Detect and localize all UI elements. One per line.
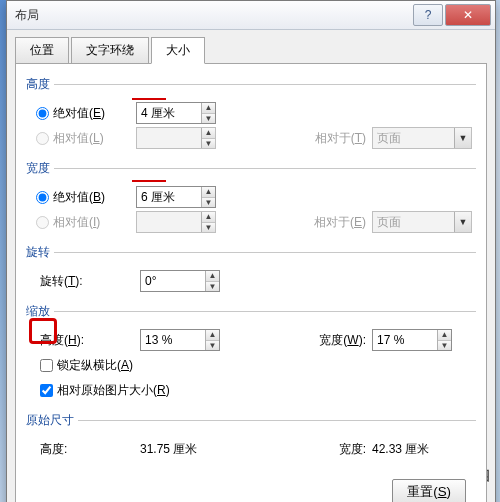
- spinner-scale-height[interactable]: ▲▼: [140, 329, 220, 351]
- label-height-relative: 相对值(L): [53, 130, 104, 147]
- titlebar[interactable]: 布局 ? ✕: [7, 1, 495, 30]
- combo-width-relative-to: 页面 ▼: [372, 211, 472, 233]
- legend-height: 高度: [26, 76, 54, 93]
- spin-up-icon[interactable]: ▲: [206, 271, 219, 281]
- reset-button[interactable]: 重置(S): [392, 479, 466, 502]
- chevron-down-icon: ▼: [454, 212, 471, 232]
- value-original-width: 42.33 厘米: [372, 442, 429, 456]
- spin-up-icon[interactable]: ▲: [202, 103, 215, 113]
- spinner-width-absolute[interactable]: ▲▼: [136, 186, 216, 208]
- legend-rotation: 旋转: [26, 244, 54, 261]
- spin-up-icon: ▲: [202, 128, 215, 138]
- label-width-relative-to: 相对于(E): [314, 215, 366, 229]
- input-height-relative: [137, 128, 201, 148]
- tab-position[interactable]: 位置: [15, 37, 69, 64]
- spin-down-icon[interactable]: ▼: [438, 340, 451, 351]
- legend-scale: 缩放: [26, 303, 54, 320]
- layout-dialog: 布局 ? ✕ 位置 文字环绕 大小 高度 绝对值(E) ▲▼: [6, 0, 496, 502]
- group-height: 高度 绝对值(E) ▲▼ 相对值(L): [26, 76, 476, 154]
- label-relative-original[interactable]: 相对原始图片大小(R): [57, 382, 170, 399]
- radio-width-absolute[interactable]: [36, 191, 49, 204]
- combo-width-relative-to-value: 页面: [373, 212, 454, 232]
- label-scale-width: 宽度(W):: [319, 333, 366, 347]
- label-rotation: 旋转(T):: [40, 273, 83, 290]
- spin-up-icon[interactable]: ▲: [206, 330, 219, 340]
- input-width-relative: [137, 212, 201, 232]
- legend-original-size: 原始尺寸: [26, 412, 78, 429]
- spin-down-icon[interactable]: ▼: [202, 197, 215, 208]
- checkbox-relative-original[interactable]: [40, 384, 53, 397]
- label-lock-aspect[interactable]: 锁定纵横比(A): [57, 357, 133, 374]
- spin-down-icon[interactable]: ▼: [202, 113, 215, 124]
- label-width-relative: 相对值(I): [53, 214, 100, 231]
- spinner-rotation[interactable]: ▲▼: [140, 270, 220, 292]
- input-height-absolute[interactable]: [137, 103, 201, 123]
- label-height-absolute[interactable]: 绝对值(E): [53, 105, 105, 122]
- label-original-height: 高度:: [40, 441, 67, 458]
- help-icon: ?: [425, 8, 432, 22]
- combo-height-relative-to-value: 页面: [373, 128, 454, 148]
- chevron-down-icon: ▼: [454, 128, 471, 148]
- spinner-height-absolute[interactable]: ▲▼: [136, 102, 216, 124]
- value-original-height: 31.75 厘米: [140, 442, 197, 456]
- size-tab-page: 高度 绝对值(E) ▲▼ 相对值(L): [15, 63, 487, 502]
- group-width: 宽度 绝对值(B) ▲▼ 相对值(I): [26, 160, 476, 238]
- radio-width-relative: [36, 216, 49, 229]
- input-scale-height[interactable]: [141, 330, 205, 350]
- checkbox-lock-aspect[interactable]: [40, 359, 53, 372]
- spin-up-icon[interactable]: ▲: [202, 187, 215, 197]
- legend-width: 宽度: [26, 160, 54, 177]
- spin-down-icon[interactable]: ▼: [206, 340, 219, 351]
- close-icon: ✕: [463, 8, 473, 22]
- label-scale-height: 高度(H):: [40, 332, 84, 349]
- input-rotation[interactable]: [141, 271, 205, 291]
- spinner-width-relative: ▲▼: [136, 211, 216, 233]
- spin-up-icon[interactable]: ▲: [438, 330, 451, 340]
- group-original-size: 原始尺寸 高度: 31.75 厘米 宽度: 42.33 厘米: [26, 412, 476, 465]
- spin-down-icon: ▼: [202, 222, 215, 233]
- dialog-footer: 重置(S): [26, 471, 476, 502]
- spin-down-icon[interactable]: ▼: [206, 281, 219, 292]
- close-button[interactable]: ✕: [445, 4, 491, 26]
- radio-height-absolute[interactable]: [36, 107, 49, 120]
- radio-height-relative: [36, 132, 49, 145]
- spin-up-icon: ▲: [202, 212, 215, 222]
- tab-strip: 位置 文字环绕 大小: [15, 36, 495, 63]
- help-button[interactable]: ?: [413, 4, 443, 26]
- tab-text-wrap[interactable]: 文字环绕: [71, 37, 149, 64]
- label-width-absolute[interactable]: 绝对值(B): [53, 189, 105, 206]
- group-rotation: 旋转 旋转(T): ▲▼: [26, 244, 476, 297]
- dialog-title: 布局: [15, 7, 413, 24]
- label-height-relative-to: 相对于(T): [315, 131, 366, 145]
- combo-height-relative-to: 页面 ▼: [372, 127, 472, 149]
- tab-size[interactable]: 大小: [151, 37, 205, 64]
- group-scale: 缩放 高度(H): ▲▼ 宽度(W): ▲▼: [26, 303, 476, 406]
- spinner-height-relative: ▲▼: [136, 127, 216, 149]
- label-original-width: 宽度:: [339, 442, 366, 456]
- spinner-scale-width[interactable]: ▲▼: [372, 329, 452, 351]
- input-scale-width[interactable]: [373, 330, 437, 350]
- input-width-absolute[interactable]: [137, 187, 201, 207]
- spin-down-icon: ▼: [202, 138, 215, 149]
